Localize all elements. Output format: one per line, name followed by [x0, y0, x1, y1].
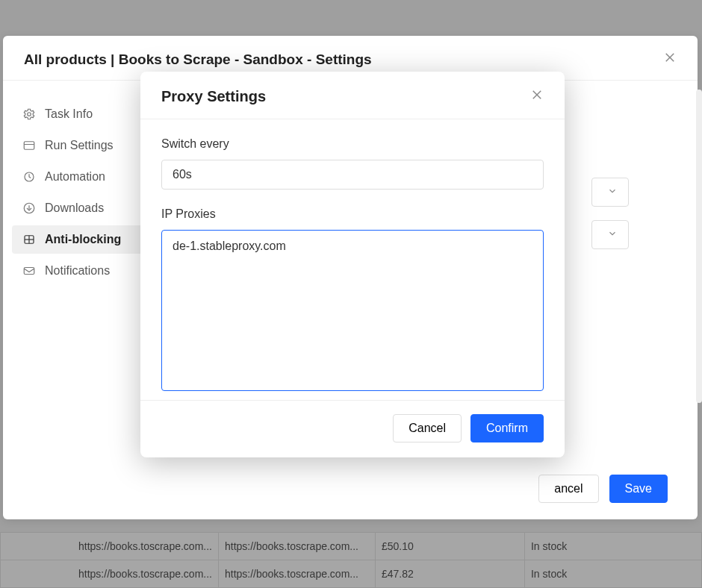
sidebar-item-label: Anti-blocking	[45, 233, 121, 246]
save-button[interactable]: Save	[609, 475, 668, 503]
sidebar-item-label: Run Settings	[45, 139, 114, 152]
ip-proxies-textarea[interactable]	[161, 230, 544, 391]
modal-header: Proxy Settings	[140, 72, 565, 119]
sidebar-item-label: Downloads	[45, 201, 104, 215]
confirm-button[interactable]: Confirm	[470, 414, 544, 442]
download-icon	[22, 201, 36, 215]
svg-rect-3	[24, 142, 34, 150]
chevron-down-icon	[607, 228, 618, 241]
sidebar-item-label: Automation	[45, 170, 105, 184]
dropdown[interactable]	[591, 178, 629, 207]
shield-icon	[22, 233, 36, 246]
close-icon[interactable]	[530, 88, 544, 105]
close-icon[interactable]	[663, 51, 677, 68]
gear-icon	[22, 107, 36, 121]
switch-every-label: Switch every	[161, 137, 544, 151]
dropdown[interactable]	[591, 220, 629, 249]
switch-every-input[interactable]	[161, 160, 544, 190]
modal-title: Proxy Settings	[161, 88, 266, 105]
mail-icon	[22, 264, 36, 278]
proxy-settings-modal: Proxy Settings Switch every IP Proxies C…	[140, 72, 565, 457]
scrollbar[interactable]	[696, 90, 702, 403]
svg-rect-10	[24, 268, 34, 275]
cancel-button[interactable]: ancel	[538, 475, 598, 503]
panel-icon	[22, 139, 36, 152]
chevron-down-icon	[607, 186, 618, 198]
page-title: All products | Books to Scrape - Sandbox…	[24, 51, 372, 68]
sidebar-item-label: Notifications	[45, 264, 110, 278]
cancel-button[interactable]: Cancel	[393, 414, 462, 442]
svg-point-2	[28, 113, 31, 116]
sidebar-item-label: Task Info	[45, 107, 93, 121]
ip-proxies-label: IP Proxies	[161, 207, 544, 221]
auto-icon	[22, 170, 36, 184]
